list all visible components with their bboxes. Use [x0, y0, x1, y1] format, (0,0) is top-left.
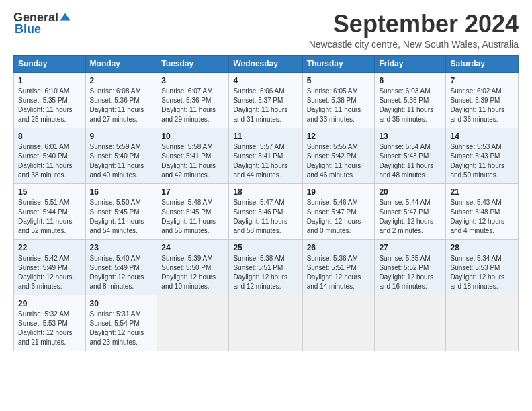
- col-saturday: Saturday: [446, 55, 519, 72]
- table-row: 8Sunrise: 6:01 AMSunset: 5:40 PMDaylight…: [14, 128, 86, 183]
- table-row: 10Sunrise: 5:58 AMSunset: 5:41 PMDayligh…: [157, 128, 229, 183]
- table-row: 20Sunrise: 5:44 AMSunset: 5:47 PMDayligh…: [375, 183, 446, 239]
- location-text: Newcastle city centre, New South Wales, …: [309, 39, 519, 50]
- table-row: 25Sunrise: 5:38 AMSunset: 5:51 PMDayligh…: [229, 239, 302, 295]
- table-row: 13Sunrise: 5:54 AMSunset: 5:43 PMDayligh…: [375, 128, 446, 183]
- col-thursday: Thursday: [302, 55, 375, 72]
- table-row: 29Sunrise: 5:32 AMSunset: 5:53 PMDayligh…: [14, 295, 86, 351]
- table-row: 26Sunrise: 5:36 AMSunset: 5:51 PMDayligh…: [302, 239, 375, 295]
- table-row: 2Sunrise: 6:08 AMSunset: 5:36 PMDaylight…: [85, 72, 157, 128]
- table-row: 1Sunrise: 6:10 AMSunset: 5:35 PMDaylight…: [14, 72, 86, 128]
- table-row: [302, 295, 375, 351]
- col-monday: Monday: [85, 55, 157, 72]
- table-row: [446, 295, 519, 351]
- table-row: 7Sunrise: 6:02 AMSunset: 5:39 PMDaylight…: [446, 72, 519, 128]
- col-sunday: Sunday: [14, 55, 86, 72]
- table-row: [157, 295, 229, 351]
- table-row: 30Sunrise: 5:31 AMSunset: 5:54 PMDayligh…: [85, 295, 157, 351]
- col-tuesday: Tuesday: [157, 55, 229, 72]
- table-row: 5Sunrise: 6:05 AMSunset: 5:38 PMDaylight…: [302, 72, 375, 128]
- logo-icon: [59, 12, 71, 24]
- table-row: 12Sunrise: 5:55 AMSunset: 5:42 PMDayligh…: [302, 128, 375, 183]
- table-row: 28Sunrise: 5:34 AMSunset: 5:53 PMDayligh…: [446, 239, 519, 295]
- table-row: [229, 295, 302, 351]
- table-row: 16Sunrise: 5:50 AMSunset: 5:45 PMDayligh…: [85, 183, 157, 239]
- table-row: 21Sunrise: 5:43 AMSunset: 5:48 PMDayligh…: [446, 183, 519, 239]
- col-friday: Friday: [375, 55, 446, 72]
- table-row: 14Sunrise: 5:53 AMSunset: 5:43 PMDayligh…: [446, 128, 519, 183]
- table-row: 4Sunrise: 6:06 AMSunset: 5:37 PMDaylight…: [229, 72, 302, 128]
- table-row: 15Sunrise: 5:51 AMSunset: 5:44 PMDayligh…: [14, 183, 86, 239]
- title-section: September 2024 Newcastle city centre, Ne…: [309, 11, 519, 50]
- table-row: 23Sunrise: 5:40 AMSunset: 5:49 PMDayligh…: [85, 239, 157, 295]
- table-row: 22Sunrise: 5:42 AMSunset: 5:49 PMDayligh…: [14, 239, 86, 295]
- logo-blue-text: Blue: [15, 22, 41, 36]
- table-row: 6Sunrise: 6:03 AMSunset: 5:38 PMDaylight…: [375, 72, 446, 128]
- page-header: General Blue September 2024 Newcastle ci…: [13, 11, 519, 50]
- table-row: 19Sunrise: 5:46 AMSunset: 5:47 PMDayligh…: [302, 183, 375, 239]
- col-wednesday: Wednesday: [229, 55, 302, 72]
- calendar-header-row: Sunday Monday Tuesday Wednesday Thursday…: [14, 55, 519, 72]
- month-title: September 2024: [309, 11, 519, 38]
- table-row: 11Sunrise: 5:57 AMSunset: 5:41 PMDayligh…: [229, 128, 302, 183]
- table-row: 17Sunrise: 5:48 AMSunset: 5:45 PMDayligh…: [157, 183, 229, 239]
- logo: General Blue: [13, 11, 71, 36]
- table-row: [375, 295, 446, 351]
- table-row: 24Sunrise: 5:39 AMSunset: 5:50 PMDayligh…: [157, 239, 229, 295]
- calendar-table: Sunday Monday Tuesday Wednesday Thursday…: [13, 55, 519, 351]
- table-row: 3Sunrise: 6:07 AMSunset: 5:36 PMDaylight…: [157, 72, 229, 128]
- table-row: 18Sunrise: 5:47 AMSunset: 5:46 PMDayligh…: [229, 183, 302, 239]
- table-row: 9Sunrise: 5:59 AMSunset: 5:40 PMDaylight…: [85, 128, 157, 183]
- table-row: 27Sunrise: 5:35 AMSunset: 5:52 PMDayligh…: [375, 239, 446, 295]
